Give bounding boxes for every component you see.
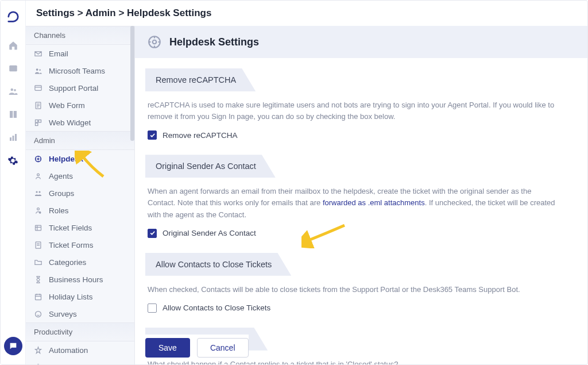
checkbox-original-sender-as-contact[interactable] [148,229,157,238]
sidebar-item-categories[interactable]: Categories [26,253,134,271]
sidebar-section-header: Admin [26,131,134,150]
sidebar-scrollbar[interactable] [130,26,134,364]
svg-point-1 [10,89,13,91]
save-button[interactable]: Save [145,338,190,358]
sidebar-item-label: Agents [49,172,73,180]
form-icon [33,100,43,110]
svg-rect-12 [35,123,37,125]
svg-point-17 [38,191,40,193]
sidebar-item-holiday-lists[interactable]: Holiday Lists [26,288,134,305]
sidebar-item-label: Holiday Lists [49,293,93,301]
checkbox-remove-recaptcha[interactable] [148,130,157,140]
rail-reports[interactable] [1,126,26,149]
sidebar-item-ticket-fields[interactable]: Ticket Fields [26,219,134,236]
logo-icon [6,10,20,24]
roles-icon [33,205,43,216]
svg-rect-20 [35,225,41,230]
rail-settings[interactable] [1,149,26,172]
sidebar-item-groups[interactable]: Groups [26,185,134,202]
checkbox-row: Allow Contacts to Close Tickets [145,301,577,317]
sidebar-item-label: Groups [49,189,74,198]
checkbox-row: Original Sender As Contact [145,226,577,243]
surveys-icon [33,309,43,319]
settings-sidebar: ChannelsEmailMicrosoft TeamsSupport Port… [26,26,135,364]
svg-rect-11 [38,120,41,122]
svg-point-18 [37,208,39,210]
sidebar-item-label: Microsoft Teams [49,67,105,75]
svg-rect-0 [9,66,17,72]
svg-point-15 [37,174,39,176]
svg-point-23 [35,311,41,317]
sidebar-item-web-widget[interactable]: Web Widget [26,114,134,131]
svg-point-6 [36,68,38,71]
svg-point-19 [39,212,41,213]
sidebar-item-label: Support Portal [49,84,98,93]
breadcrumb: Settings > Admin > Helpdesk Settings [26,1,587,26]
section-description: When checked, Contacts will be able to c… [148,284,561,295]
rail-home[interactable] [1,34,26,57]
section-heading: Original Sender As Contact [145,155,276,178]
sidebar-item-roles[interactable]: Roles [26,202,134,219]
sidebar-item-label: Ticket Forms [49,241,94,249]
cancel-button[interactable]: Cancel [197,338,249,358]
section-description: When an agent forwards an email from the… [148,186,561,220]
automation-icon [33,345,43,355]
widget-icon [33,117,43,128]
sidebar-section-header: Productivity [26,322,134,341]
icon-rail [1,1,26,364]
rail-tickets[interactable] [1,57,26,80]
sidebar-item-label: Email [49,49,68,58]
section-header: Allow Contacts to Close Tickets [145,253,577,276]
slas-icon [33,362,43,364]
sidebar-item-label: Surveys [49,310,77,318]
sidebar-item-support-portal[interactable]: Support Portal [26,79,134,97]
svg-point-2 [14,89,16,91]
portal-icon [33,83,43,93]
svg-rect-10 [35,120,37,122]
sidebar-item-email[interactable]: Email [26,45,134,62]
sidebar-section-header: Channels [26,26,134,45]
sidebar-item-agents[interactable]: Agents [26,167,134,185]
sidebar-item-microsoft-teams[interactable]: Microsoft Teams [26,62,134,79]
sidebar-item-label: Helpdesk [49,155,83,163]
page-title: Helpdesk Settings [169,36,259,48]
sidebar-item-ticket-forms[interactable]: Ticket Forms [26,236,134,253]
svg-rect-8 [34,85,41,90]
sidebar-item-slas[interactable]: SLAs [26,359,134,364]
holiday-icon [33,291,43,302]
helpdesk-header-icon [146,34,163,50]
ticket-forms-icon [33,240,43,250]
sidebar-item-helpdesk[interactable]: Helpdesk [26,150,134,167]
hours-icon [33,274,43,285]
sidebar-item-label: Web Form [49,101,85,110]
svg-rect-22 [35,294,41,299]
section-description: reCAPTCHA is used to make sure legitimat… [148,99,561,122]
section-heading: Allow Contacts to Close Tickets [145,253,291,276]
checkbox-label: Allow Contacts to Close Tickets [163,303,270,312]
sidebar-item-automation[interactable]: Automation [26,341,134,359]
checkbox-allow-contacts-to-close-tickets[interactable] [148,303,157,313]
chat-fab[interactable] [4,337,22,355]
sidebar-item-surveys[interactable]: Surveys [26,305,134,322]
section-header: Original Sender As Contact [145,155,577,178]
section-header: Remove reCAPTCHA [145,68,577,91]
checkbox-label: Remove reCAPTCHA [163,131,238,140]
groups-icon [33,188,43,198]
rail-contacts[interactable] [1,80,26,103]
checkbox-label: Original Sender As Contact [163,229,256,237]
teams-icon [33,66,43,76]
sidebar-item-label: Business Hours [49,275,103,284]
categories-icon [33,257,43,267]
sidebar-item-label: Ticket Fields [49,224,92,232]
sidebar-item-label: Automation [49,346,88,355]
svg-point-7 [39,69,41,71]
content-header: Helpdesk Settings [135,26,587,58]
agents-icon [33,171,43,181]
eml-link[interactable]: forwarded as .eml attachments [323,198,425,207]
svg-point-26 [153,40,157,44]
sidebar-item-business-hours[interactable]: Business Hours [26,271,134,288]
sidebar-item-web-form[interactable]: Web Form [26,97,134,114]
rail-knowledge[interactable] [1,103,26,126]
svg-rect-4 [12,136,14,141]
mail-icon [33,48,43,59]
